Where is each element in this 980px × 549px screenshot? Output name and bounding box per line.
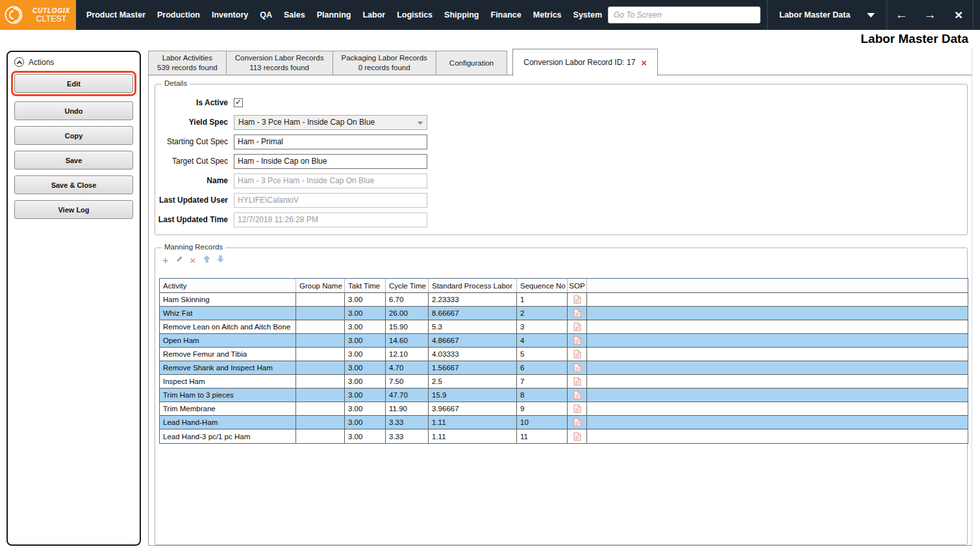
delete-row-button[interactable]: × <box>188 255 198 265</box>
environment-label: CLTEST <box>36 14 67 23</box>
go-to-screen-input[interactable] <box>608 6 760 23</box>
favorite-button[interactable]: ★ <box>974 0 980 30</box>
menu-item[interactable]: System <box>568 10 608 19</box>
cell-sop <box>568 334 587 347</box>
tab-title: Packaging Labor Records <box>342 53 427 63</box>
cell-sequence-no: 3 <box>517 320 568 333</box>
cell-sop <box>568 375 587 388</box>
chevron-down-icon <box>418 121 423 125</box>
sop-document-icon[interactable] <box>573 336 581 345</box>
move-up-button[interactable] <box>201 255 212 265</box>
column-header-group-name[interactable]: Group Name <box>296 279 345 292</box>
sop-document-icon[interactable] <box>573 295 581 304</box>
cell-standard-process-labor: 4.03333 <box>429 348 517 361</box>
tab-conversion-labor-record-17[interactable]: Conversion Labor Record ID: 17 × <box>512 49 658 76</box>
menu-item[interactable]: Sales <box>278 10 311 19</box>
cell-cycle-time: 47.70 <box>386 389 429 402</box>
tab-configuration[interactable]: Configuration <box>436 51 507 75</box>
cell-sequence-no: 11 <box>517 429 568 443</box>
column-header-activity[interactable]: Activity <box>160 279 296 292</box>
sop-document-icon[interactable] <box>573 432 581 441</box>
table-row[interactable]: Inspect Ham 3.00 7.50 2.5 7 <box>160 375 968 389</box>
edit-row-button[interactable] <box>174 255 184 265</box>
menu-item[interactable]: Production <box>151 10 206 19</box>
yield-spec-row: Yield Spec Ham - 3 Pce Ham - Inside Cap … <box>155 112 967 132</box>
cell-takt-time: 3.00 <box>345 348 386 361</box>
menu-item[interactable]: Labor <box>357 10 391 19</box>
target-cut-spec-input[interactable] <box>234 154 427 169</box>
sop-document-icon[interactable] <box>573 418 581 427</box>
tab-conversion-labor-records[interactable]: Conversion Labor Records 113 records fou… <box>226 51 333 75</box>
yield-spec-dropdown[interactable]: Ham - 3 Pce Ham - Inside Cap On Blue <box>234 115 427 130</box>
cell-sequence-no: 7 <box>517 375 568 388</box>
sop-document-icon[interactable] <box>573 350 581 359</box>
column-header-cycle-time[interactable]: Cycle Time <box>386 279 429 292</box>
yield-spec-value: Ham - 3 Pce Ham - Inside Cap On Blue <box>238 118 375 127</box>
cell-filler <box>587 416 968 429</box>
is-active-checkbox[interactable]: ✓ <box>234 98 243 107</box>
menu-item[interactable]: Metrics <box>527 10 568 19</box>
copy-button[interactable]: Copy <box>14 126 133 145</box>
delete-x-icon: × <box>190 255 196 265</box>
starting-cut-spec-input[interactable] <box>234 134 427 149</box>
forward-button[interactable]: → <box>916 0 944 30</box>
tab-labor-activities[interactable]: Labor Activities 539 records found <box>148 51 227 75</box>
back-button[interactable]: ← <box>887 0 916 30</box>
column-header-sop[interactable]: SOP <box>568 279 587 292</box>
cell-group-name <box>296 320 345 333</box>
cell-activity: Whiz Fat <box>160 307 296 320</box>
target-cut-spec-row: Target Cut Spec <box>155 151 967 171</box>
collapse-panel-button[interactable] <box>14 57 24 67</box>
sop-document-icon[interactable] <box>573 363 581 372</box>
cell-sop <box>568 429 587 443</box>
table-row[interactable]: Trim Membrane 3.00 11.90 3.96667 9 <box>160 402 968 416</box>
close-screen-button[interactable]: × <box>944 0 973 30</box>
table-row[interactable]: Ham Skinning 3.00 6.70 2.23333 1 <box>160 293 968 307</box>
table-row[interactable]: Trim Ham to 3 pieces 3.00 47.70 15.9 8 <box>160 389 968 402</box>
tab-packaging-labor-records[interactable]: Packaging Labor Records 0 records found <box>333 51 436 75</box>
tab-title: Conversion Labor Record ID: 17 <box>523 58 635 68</box>
menu-item[interactable]: Product Master <box>81 10 151 19</box>
sop-document-icon[interactable] <box>573 309 581 318</box>
table-row[interactable]: Lead Hand-3 pc/1 pc Ham 3.00 3.33 1.11 1… <box>160 429 968 443</box>
add-row-button[interactable]: + <box>160 255 171 265</box>
edit-button[interactable]: Edit <box>14 74 133 93</box>
move-down-button[interactable] <box>215 255 225 265</box>
table-row[interactable]: Remove Femur and Tibia 3.00 12.10 4.0333… <box>160 348 968 361</box>
column-header-sequence-no[interactable]: Sequence No <box>517 279 568 292</box>
sop-document-icon[interactable] <box>573 390 581 400</box>
cell-takt-time: 3.00 <box>345 334 386 347</box>
cell-filler <box>587 334 968 347</box>
column-header-standard-process-labor[interactable]: Standard Process Labor <box>429 279 517 292</box>
cell-activity: Open Ham <box>160 334 296 347</box>
table-row[interactable]: Open Ham 3.00 14.60 4.86667 4 <box>160 334 968 348</box>
undo-button[interactable]: Undo <box>14 101 133 120</box>
cell-cycle-time: 6.70 <box>386 293 429 306</box>
save-close-button[interactable]: Save & Close <box>14 175 133 194</box>
menu-item[interactable]: Planning <box>311 10 357 19</box>
save-button[interactable]: Save <box>14 151 133 170</box>
menu-item[interactable]: QA <box>254 10 278 19</box>
table-row[interactable]: Whiz Fat 3.00 26.00 8.66667 2 <box>160 307 968 320</box>
view-log-button[interactable]: View Log <box>14 200 133 219</box>
menu-item[interactable]: Inventory <box>206 10 254 19</box>
table-row[interactable]: Remove Shank and Inspect Ham 3.00 4.70 1… <box>160 361 968 375</box>
menu-item[interactable]: Shipping <box>438 10 484 19</box>
screen-selector-dropdown[interactable]: Labor Master Data <box>768 0 886 30</box>
actions-panel-title: Actions <box>29 58 54 67</box>
cell-sequence-no: 2 <box>517 307 568 320</box>
close-tab-icon[interactable]: × <box>641 58 647 68</box>
menu-item[interactable]: Finance <box>485 10 527 19</box>
sop-document-icon[interactable] <box>573 322 581 331</box>
table-row[interactable]: Lead Hand-Ham 3.00 3.33 1.11 10 <box>160 416 968 429</box>
is-active-row: Is Active ✓ <box>155 93 967 112</box>
cell-activity: Trim Ham to 3 pieces <box>160 389 296 402</box>
sop-document-icon[interactable] <box>573 404 581 413</box>
sop-document-icon[interactable] <box>573 377 581 386</box>
table-row[interactable]: Remove Lean on Aitch and Aitch Bone 3.00… <box>160 320 968 334</box>
last-updated-time-row: Last Updated Time <box>155 210 967 229</box>
menu-item[interactable]: Logistics <box>391 10 438 19</box>
column-header-takt-time[interactable]: Takt Time <box>345 279 386 292</box>
tab-subtitle: 0 records found <box>358 63 410 73</box>
cell-sop <box>568 416 587 429</box>
